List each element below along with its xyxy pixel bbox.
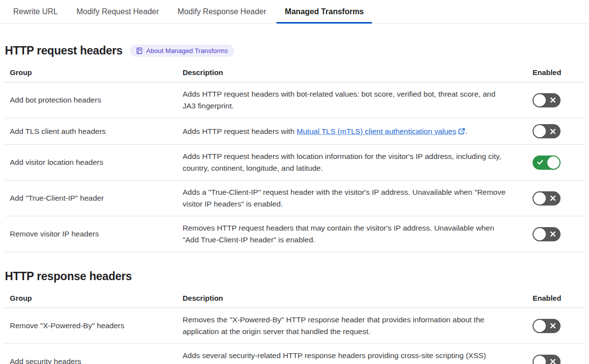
managed-transforms-page: HTTP request headers About Managed Trans… — [0, 44, 589, 364]
toggle-add-security-headers[interactable] — [533, 355, 561, 364]
toggle-knob — [534, 320, 546, 332]
description-cell: Adds HTTP request headers with bot-relat… — [183, 82, 528, 118]
toggle-knob — [534, 356, 546, 364]
description-text: Adds a "True-Client-IP" request header w… — [183, 188, 506, 208]
group-cell: Add bot protection headers — [5, 82, 183, 118]
table-row: Add bot protection headersAdds HTTP requ… — [5, 82, 584, 118]
table-header-row: GroupDescriptionEnabled — [5, 289, 584, 308]
description-cell: Removes the "X-Powered-By" HTTP response… — [183, 308, 528, 344]
toggle-add-bot-protection-headers[interactable] — [533, 93, 561, 107]
group-cell: Remove "X-Powered-By" headers — [5, 308, 183, 344]
about-managed-transforms-label: About Managed Transforms — [146, 47, 228, 54]
toggle-knob — [534, 192, 546, 205]
column-header-description: Description — [183, 289, 528, 308]
description-text: Adds several security-related HTTP respo… — [183, 351, 486, 364]
description-cell: Adds a "True-Client-IP" request header w… — [183, 181, 528, 216]
response-headers-table: GroupDescriptionEnabledRemove "X-Powered… — [5, 289, 584, 364]
table-row: Remove visitor IP headersRemoves HTTP re… — [5, 216, 584, 252]
description-cell: Adds HTTP request headers with Mutual TL… — [183, 118, 528, 145]
tab-bar: Rewrite URLModify Request HeaderModify R… — [0, 0, 589, 24]
table-row: Add security headersAdds several securit… — [5, 344, 584, 364]
request-headers-table: GroupDescriptionEnabledAdd bot protectio… — [5, 63, 584, 252]
request-headers-section-head: HTTP request headers About Managed Trans… — [5, 44, 584, 57]
about-managed-transforms-link[interactable]: About Managed Transforms — [130, 45, 235, 57]
toggle-knob — [534, 94, 546, 106]
description-text: Adds HTTP request headers with location … — [183, 152, 501, 172]
description-cell: Adds several security-related HTTP respo… — [183, 344, 528, 364]
table-row: Add TLS client auth headersAdds HTTP req… — [5, 118, 584, 145]
response-headers-title: HTTP response headers — [5, 270, 132, 283]
toggle-remove-visitor-ip-headers[interactable] — [533, 227, 561, 241]
group-cell: Add security headers — [5, 344, 183, 364]
toggle-add-tls-client-auth-headers[interactable] — [533, 124, 561, 138]
table-row: Remove "X-Powered-By" headersRemoves the… — [5, 308, 584, 344]
description-text: Removes HTTP request headers that may co… — [183, 224, 494, 244]
tab-managed-transforms[interactable]: Managed Transforms — [276, 0, 372, 23]
toggle-add-visitor-location-headers[interactable] — [533, 156, 561, 170]
column-header-description: Description — [183, 63, 528, 82]
tab-modify-response-header[interactable]: Modify Response Header — [169, 0, 275, 23]
group-cell: Add TLS client auth headers — [5, 118, 183, 145]
toggle-knob — [534, 228, 546, 240]
book-icon — [135, 47, 143, 54]
table-row: Add visitor location headersAdds HTTP re… — [5, 145, 584, 181]
group-cell: Add visitor location headers — [5, 145, 183, 181]
description-text: Adds HTTP request headers with — [183, 127, 296, 135]
description-text: . — [465, 127, 467, 135]
toggle-knob — [534, 125, 546, 137]
external-link-icon — [458, 128, 465, 135]
table-row: Add "True-Client-IP" headerAdds a "True-… — [5, 181, 584, 216]
response-headers-section-head: HTTP response headers — [5, 270, 584, 283]
column-header-group: Group — [5, 289, 183, 308]
toggle-remove-x-powered-by-headers[interactable] — [533, 319, 561, 333]
toggle-add-true-client-ip-header[interactable] — [533, 191, 561, 206]
description-text: Removes the "X-Powered-By" HTTP response… — [183, 315, 484, 336]
tab-rewrite-url[interactable]: Rewrite URL — [5, 0, 66, 23]
column-header-enabled: Enabled — [528, 289, 584, 308]
toggle-knob — [547, 156, 560, 169]
description-cell: Adds HTTP request headers with location … — [183, 145, 528, 181]
group-cell: Remove visitor IP headers — [5, 216, 183, 252]
group-cell: Add "True-Client-IP" header — [5, 181, 183, 216]
column-header-enabled: Enabled — [528, 63, 584, 82]
description-link[interactable]: Mutual TLS (mTLS) client authentication … — [296, 127, 456, 135]
column-header-group: Group — [5, 63, 183, 82]
request-headers-title: HTTP request headers — [5, 44, 123, 57]
tab-modify-request-header[interactable]: Modify Request Header — [68, 0, 167, 23]
description-cell: Removes HTTP request headers that may co… — [183, 216, 528, 252]
table-header-row: GroupDescriptionEnabled — [5, 63, 584, 82]
description-text: Adds HTTP request headers with bot-relat… — [183, 90, 495, 110]
